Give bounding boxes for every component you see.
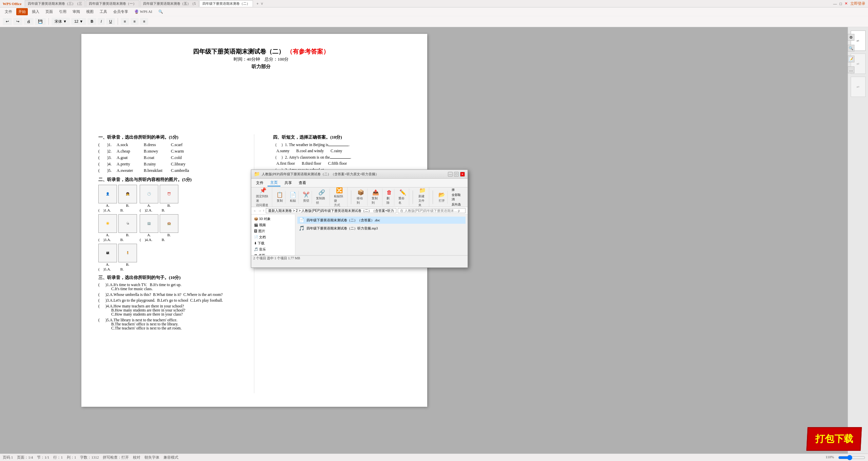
doc-left-column: 一、听录音，选出你所听到的单词。(5分) ( ) 1. A.sock B.dre… <box>98 134 254 394</box>
delete-icon[interactable]: 🗑 <box>387 189 392 196</box>
fe-sidebar-3dobjects[interactable]: 📦 3D 对象 <box>251 216 295 222</box>
p4q2-options: A.first floor B.third floor C.fifth floo… <box>276 161 424 165</box>
menu-page[interactable]: 页面 <box>43 8 55 15</box>
img-3a: ☀️ <box>98 214 117 233</box>
right-tool-1[interactable]: ⚙ <box>848 34 854 41</box>
right-tool-2[interactable]: 🔍 <box>848 45 854 52</box>
fe-sidebar-pictures[interactable]: 🖼 图片 <box>251 228 295 234</box>
fe-window-title: 人教版(PEP)四年级下册英语期末测试卷（二）（含答案+听力原文+听力音频） <box>262 172 448 177</box>
q1-row: ( ) 1. A.sock B.dress C.scarf <box>98 142 249 147</box>
bold-button[interactable]: B <box>87 18 96 25</box>
fe-sidebar-downloads[interactable]: ⬇ 下载 <box>251 240 295 246</box>
menu-insert[interactable]: 插入 <box>30 8 41 15</box>
promo-badge[interactable]: 打包下载 <box>806 427 862 451</box>
maximize-button[interactable]: □ <box>840 2 842 6</box>
paste-icon[interactable]: 📄 <box>290 192 296 198</box>
minimize-button[interactable]: — <box>833 2 837 6</box>
menu-ref[interactable]: 引用 <box>57 8 68 15</box>
menu-view[interactable]: 视图 <box>84 8 96 15</box>
menu-review[interactable]: 审阅 <box>71 8 82 15</box>
tab-1[interactable]: 四年级下册英语期末测卷（三）（三 <box>25 0 85 7</box>
zoom-slider[interactable] <box>838 455 865 460</box>
copy-icon[interactable]: 📋 <box>276 192 283 198</box>
img-3b: 🌤 <box>118 214 137 233</box>
fe-search-input[interactable] <box>398 208 466 213</box>
fe-sidebar-video[interactable]: 🎬 视频 <box>251 222 295 228</box>
undo-button[interactable]: ↩ <box>3 18 12 25</box>
p4q2-text: （ ）2. Amy's classroom is on the. <box>273 155 424 160</box>
status-line: 行：1 <box>53 455 63 460</box>
p3q5: ( )5.A.The library is next to the teache… <box>98 318 249 330</box>
fe-tab-home[interactable]: 主页 <box>268 179 280 186</box>
fe-sidebar-documents[interactable]: 📄 文档 <box>251 234 295 240</box>
menu-ai[interactable]: 🔮 WPS AI <box>132 8 154 15</box>
fe-sidebar-desktop[interactable]: 🖥 桌面 <box>251 253 295 255</box>
print-button[interactable]: 🖨 <box>24 18 34 25</box>
menu-vip[interactable]: 会员专享 <box>111 8 130 15</box>
align-center[interactable]: ≡ <box>131 18 139 25</box>
fe-back-button[interactable]: ← <box>253 209 257 213</box>
doc-file-name: 四年级下册英语期末测试卷（二）（含答案）.doc <box>307 218 380 223</box>
move-icon[interactable]: 📦 <box>357 189 364 196</box>
fe-tab-view[interactable]: 查看 <box>296 180 309 186</box>
img-4b: 🏫 <box>160 214 178 233</box>
fe-path-input[interactable] <box>266 208 396 213</box>
part3-questions: ( )1.A.It's time to watch TV. B.It's tim… <box>98 283 249 330</box>
pin-icon[interactable]: 📌 <box>260 187 267 194</box>
align-right[interactable]: ≡ <box>140 18 148 25</box>
close-button[interactable]: ✕ <box>845 1 848 6</box>
fe-tab-share[interactable]: 共享 <box>282 180 295 186</box>
font-name[interactable]: 宋体 ▼ <box>52 18 70 25</box>
mp3-file-icon: 🎵 <box>299 225 304 231</box>
rename-icon[interactable]: ✏️ <box>399 189 406 196</box>
doc-header: 四年级下册英语期末测试卷（二） （有参考答案） 时间：40分钟 总分：100分 … <box>98 47 424 132</box>
fe-minimize-button[interactable]: — <box>448 172 453 177</box>
status-zoom: 110% <box>826 455 834 460</box>
fe-maximize-button[interactable]: □ <box>454 172 459 177</box>
tab-4[interactable]: 四年级下册英语期末测卷（二） <box>199 0 253 7</box>
menu-tools[interactable]: 工具 <box>98 8 109 15</box>
underline-button[interactable]: U <box>106 18 115 25</box>
menu-home[interactable]: 开始 <box>16 8 28 15</box>
search-tool[interactable]: 🔍 <box>156 8 165 15</box>
fe-sidebar-music[interactable]: 🎵 音乐 <box>251 246 295 253</box>
open-icon[interactable]: 📂 <box>438 192 445 198</box>
img-4a: 🏢 <box>140 214 158 233</box>
fe-titlebar: 📁 人教版(PEP)四年级下册英语期末测试卷（二）（含答案+听力原文+听力音频）… <box>251 170 468 179</box>
fe-close-button[interactable]: ✕ <box>460 172 465 177</box>
tab-3[interactable]: 四年级下册英语期末测卷（五）（5 <box>140 0 199 7</box>
deselect-all-button[interactable]: 全部取消 <box>452 193 463 202</box>
align-left[interactable]: ≡ <box>121 18 129 25</box>
fe-rename-group: ✏️ 重命名 <box>396 188 409 206</box>
menu-file[interactable]: 文件 <box>3 8 14 15</box>
tab-2[interactable]: 四年级下册英语期末测卷（一） <box>86 0 139 7</box>
fe-forward-button[interactable]: → <box>258 209 261 213</box>
p3q4: ( )4.A.How many teachers are there in yo… <box>98 304 249 316</box>
fe-up-button[interactable]: ↑ <box>263 209 264 213</box>
part1-header: 一、听录音，选出你所听到的单词。(5分) <box>98 134 249 140</box>
fe-tab-file[interactable]: 文件 <box>253 180 266 186</box>
right-tool-4[interactable]: … <box>848 66 854 73</box>
shortcut-icon[interactable]: 🔀 <box>336 187 343 194</box>
file-explorer-window: 📁 人教版(PEP)四年级下册英语期末测试卷（二）（含答案+听力原文+听力音频）… <box>251 169 468 268</box>
select-all-button[interactable]: 全部选择 <box>452 187 463 192</box>
copyto-icon[interactable]: 📤 <box>372 189 379 196</box>
invert-select-button[interactable]: 反向选择 <box>452 202 463 207</box>
status-orphan: 朝失字体 <box>144 455 159 460</box>
fe-copypath-group: 🔗 复制路径 <box>314 188 330 206</box>
fe-file-doc[interactable]: 📄 四年级下册英语期末测试卷（二）（含答案）.doc <box>297 217 466 224</box>
login-button[interactable]: 立即登录 <box>850 1 865 6</box>
font-size[interactable]: 12 ▼ <box>71 18 86 25</box>
new-tab-button[interactable]: ＋ ∨ <box>254 0 265 7</box>
cut-icon[interactable]: ✂️ <box>303 192 310 198</box>
copypath-icon[interactable]: 🔗 <box>318 189 325 196</box>
part2-row3: 👨‍👩‍👧 A. 🧍 B. ( )5.A. B. <box>98 244 249 271</box>
newfolder-icon[interactable]: 📁 <box>419 187 426 194</box>
save-button[interactable]: 💾 <box>35 18 46 25</box>
italic-button[interactable]: I <box>98 18 105 25</box>
fe-newfolder-group: 📁 新建文件夹 <box>416 187 429 207</box>
redo-button[interactable]: ↪ <box>13 18 22 25</box>
right-tool-3[interactable]: 📝 <box>848 56 854 62</box>
fe-file-mp3[interactable]: 🎵 四年级下册英语期末测试卷（二）听力音频.mp3 <box>297 225 466 232</box>
fe-ribbon: 📌 固定到快速访问通道 📋 复制 📄 粘贴 ✂️ 剪切 🔗 复制路径 🔀 粘贴快… <box>251 187 468 207</box>
